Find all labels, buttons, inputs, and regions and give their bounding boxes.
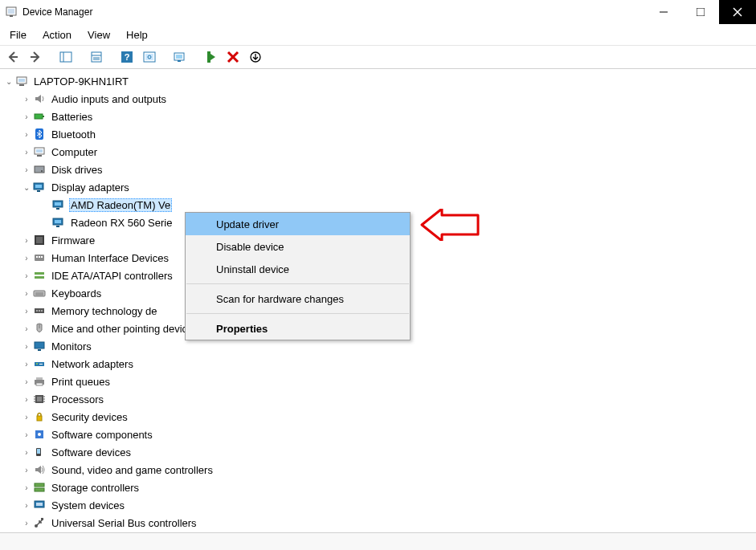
disk-icon — [32, 163, 47, 176]
window-controls — [645, 0, 756, 24]
ctx-disable-device[interactable]: Disable device — [186, 235, 410, 258]
toolbar-enable-button[interactable] — [201, 47, 220, 67]
tree-node[interactable]: ›Software components — [3, 426, 756, 443]
caret-closed-icon[interactable]: › — [21, 413, 32, 422]
caret-closed-icon[interactable]: › — [21, 324, 32, 333]
tree-node[interactable]: ›Processors — [3, 390, 756, 408]
tree-node[interactable]: ⌄LAPTOP-9KHN1IRT — [3, 72, 756, 90]
svg-rect-37 — [37, 190, 40, 192]
context-menu: Update driver Disable device Uninstall d… — [185, 212, 411, 340]
tree-node[interactable]: ›Network adapters — [3, 355, 756, 373]
ctx-update-driver[interactable]: Update driver — [186, 213, 410, 235]
caret-closed-icon[interactable]: › — [21, 395, 32, 404]
svg-rect-25 — [18, 79, 25, 82]
tree-node[interactable]: AMD Radeon(TM) Ve — [3, 196, 756, 214]
audio-icon — [32, 92, 47, 105]
tree-node-label: Radeon RX 560 Serie — [69, 217, 174, 229]
toolbar-properties-button[interactable] — [87, 47, 106, 67]
svg-rect-7 — [60, 52, 72, 62]
tree-node[interactable]: ›Universal Serial Bus controllers — [3, 514, 756, 532]
svg-point-34 — [41, 170, 43, 172]
svg-rect-69 — [37, 397, 42, 401]
tree-node[interactable]: ⌄Display adapters — [3, 178, 756, 196]
tree-node-label: System devices — [50, 499, 126, 511]
caret-closed-icon[interactable]: › — [21, 430, 32, 439]
menu-help[interactable]: Help — [118, 26, 156, 44]
tree-node-label: Audio inputs and outputs — [50, 93, 168, 105]
display-icon — [51, 216, 66, 229]
ctx-properties[interactable]: Properties — [186, 317, 410, 340]
caret-closed-icon[interactable]: › — [21, 466, 32, 475]
memory-icon — [32, 304, 47, 317]
tree-node[interactable]: ›Print queues — [3, 373, 756, 390]
toolbar-show-hide-tree-button[interactable] — [56, 47, 76, 67]
svg-rect-64 — [39, 364, 43, 365]
ctx-uninstall-device[interactable]: Uninstall device — [186, 258, 410, 280]
tree-node[interactable]: ›Security devices — [3, 408, 756, 426]
tree-node[interactable]: ›Software devices — [3, 443, 756, 461]
caret-closed-icon[interactable]: › — [21, 483, 32, 492]
caret-closed-icon[interactable]: › — [21, 377, 32, 386]
caret-closed-icon[interactable]: › — [21, 112, 32, 121]
tree-node[interactable]: ›Sound, video and game controllers — [3, 461, 756, 479]
tree-node[interactable]: ›Batteries — [3, 108, 756, 125]
monitor-icon — [32, 340, 47, 352]
svg-rect-86 — [41, 518, 43, 520]
caret-closed-icon[interactable]: › — [21, 236, 32, 245]
caret-closed-icon[interactable]: › — [21, 342, 32, 351]
tree-node-label: Batteries — [50, 111, 94, 123]
tree-node[interactable]: ›Computer — [3, 143, 756, 161]
toolbar-install-legacy-button[interactable] — [246, 47, 265, 67]
menu-file[interactable]: File — [2, 26, 35, 44]
svg-rect-66 — [36, 377, 43, 380]
tree-node[interactable]: ›Bluetooth — [3, 125, 756, 143]
caret-closed-icon[interactable]: › — [21, 130, 32, 139]
svg-rect-40 — [56, 208, 59, 210]
caret-open-icon[interactable]: ⌄ — [21, 183, 32, 192]
caret-closed-icon[interactable]: › — [21, 501, 32, 510]
caret-closed-icon[interactable]: › — [21, 289, 32, 298]
caret-closed-icon[interactable]: › — [21, 307, 32, 316]
tree-node-label: Firmware — [50, 234, 96, 246]
toolbar-forward-button[interactable] — [26, 47, 45, 67]
toolbar-scan-button[interactable] — [140, 47, 159, 67]
caret-closed-icon[interactable]: › — [21, 148, 32, 157]
tree-node-label: Software components — [50, 429, 154, 441]
caret-closed-icon[interactable]: › — [21, 95, 32, 104]
caret-open-icon[interactable]: ⌄ — [3, 77, 14, 86]
close-button[interactable] — [719, 0, 756, 24]
toolbar-help-button[interactable]: ? — [117, 47, 137, 67]
caret-closed-icon[interactable]: › — [21, 360, 32, 369]
display-icon — [32, 181, 47, 194]
tree-node[interactable]: ›System devices — [3, 496, 756, 514]
toolbar-uninstall-button[interactable] — [223, 47, 243, 67]
caret-closed-icon[interactable]: › — [21, 271, 32, 280]
menu-view[interactable]: View — [80, 26, 118, 44]
toolbar-back-button[interactable] — [3, 47, 22, 67]
tree-node-label: Disk drives — [50, 164, 104, 176]
tree-node[interactable]: ›Audio inputs and outputs — [3, 90, 756, 108]
tree-node[interactable]: ›Storage controllers — [3, 479, 756, 496]
titlebar: Device Manager — [0, 0, 756, 24]
svg-rect-50 — [35, 272, 44, 275]
tree-node-label: Mice and other pointing devices — [50, 323, 200, 335]
minimize-button[interactable] — [645, 0, 682, 24]
caret-closed-icon[interactable]: › — [21, 165, 32, 174]
toolbar-update-driver-button[interactable] — [170, 47, 190, 67]
maximize-button[interactable] — [682, 0, 719, 24]
tree-node-label: Print queues — [50, 376, 112, 388]
security-icon — [32, 410, 47, 423]
computer-icon — [14, 75, 29, 88]
caret-closed-icon[interactable]: › — [21, 448, 32, 457]
svg-rect-80 — [37, 449, 40, 454]
menu-action[interactable]: Action — [35, 26, 80, 44]
caret-closed-icon[interactable]: › — [21, 254, 32, 263]
tree-node[interactable]: ›Disk drives — [3, 161, 756, 178]
svg-rect-45 — [36, 237, 43, 243]
svg-rect-76 — [37, 416, 42, 421]
caret-closed-icon[interactable]: › — [21, 519, 32, 528]
tree-node-label: Bluetooth — [50, 128, 97, 141]
ctx-scan-hardware[interactable]: Scan for hardware changes — [186, 287, 410, 310]
sound-icon — [32, 463, 47, 476]
tree-node-label: Security devices — [50, 411, 129, 423]
